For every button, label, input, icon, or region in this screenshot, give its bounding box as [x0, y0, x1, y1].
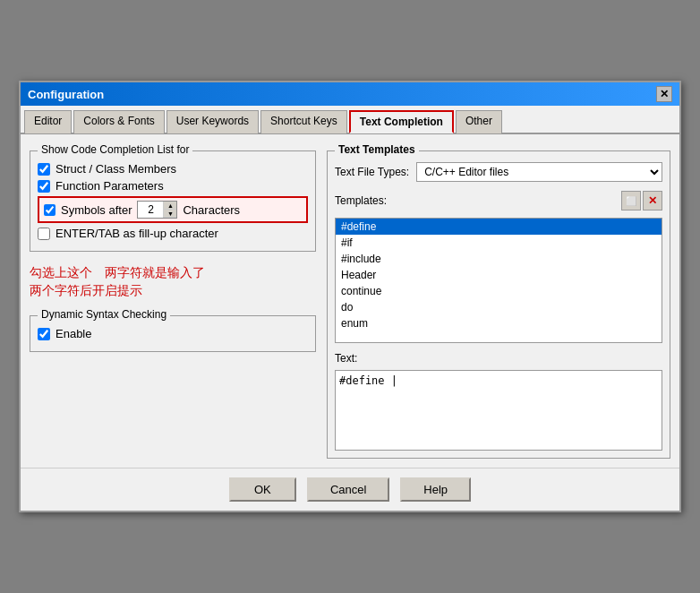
symbols-after-checkbox[interactable] — [44, 204, 55, 216]
enable-checkbox[interactable] — [38, 328, 50, 340]
characters-label: Characters — [183, 203, 240, 217]
title-bar: Configuration ✕ — [21, 82, 679, 106]
template-item-header[interactable]: Header — [336, 267, 662, 283]
templates-label: Templates: — [335, 194, 387, 207]
symbols-after-label: Symbols after — [61, 203, 132, 217]
function-params-checkbox[interactable] — [38, 180, 50, 193]
template-item-define[interactable]: #define — [336, 219, 662, 235]
configuration-dialog: Configuration ✕ Editor Colors & Fonts Us… — [19, 81, 681, 512]
cancel-button[interactable]: Cancel — [307, 477, 389, 502]
function-params-label: Function Parameters — [55, 179, 164, 193]
text-area[interactable]: #define | — [335, 370, 662, 451]
struct-members-row: Struct / Class Members — [38, 162, 308, 176]
tab-bar: Editor Colors & Fonts User Keywords Shor… — [21, 106, 679, 134]
tab-text-completion[interactable]: Text Completion — [349, 110, 454, 133]
tab-shortcut-keys[interactable]: Shortcut Keys — [260, 110, 347, 133]
text-templates-title: Text Templates — [335, 143, 419, 156]
spinner-input[interactable] — [138, 202, 163, 217]
enable-label: Enable — [55, 327, 91, 340]
function-params-row: Function Parameters — [38, 179, 308, 193]
code-completion-group: Show Code Completion List for Struct / C… — [30, 150, 316, 252]
file-types-row: Text File Types: C/C++ Editor files — [335, 162, 662, 182]
dynamic-syntax-group-title: Dynamic Syntax Checking — [38, 308, 170, 321]
tab-colors-fonts[interactable]: Colors & Fonts — [73, 110, 164, 133]
spinner-container: ▲ ▼ — [137, 201, 177, 219]
dialog-title: Configuration — [28, 88, 104, 101]
templates-header: Templates: ⬜ ✕ — [335, 191, 662, 211]
annotation-text: 勾选上这个 两字符就是输入了两个字符后开启提示 — [30, 264, 316, 299]
template-item-enum[interactable]: enum — [336, 315, 662, 331]
tab-other[interactable]: Other — [456, 110, 502, 133]
tab-editor[interactable]: Editor — [24, 110, 72, 133]
symbols-after-row: Symbols after ▲ ▼ Characters — [38, 196, 308, 223]
help-button[interactable]: Help — [400, 477, 471, 502]
spinner-arrows: ▲ ▼ — [163, 202, 176, 218]
templates-buttons: ⬜ ✕ — [621, 191, 662, 211]
add-template-button[interactable]: ⬜ — [621, 191, 641, 211]
close-button[interactable]: ✕ — [656, 86, 672, 102]
template-item-do[interactable]: do — [336, 299, 662, 315]
struct-members-label: Struct / Class Members — [55, 162, 176, 176]
file-types-label: Text File Types: — [335, 166, 409, 178]
ok-button[interactable]: OK — [229, 477, 296, 502]
file-types-select[interactable]: C/C++ Editor files — [416, 162, 662, 182]
template-item-include[interactable]: #include — [336, 251, 662, 267]
template-item-continue[interactable]: continue — [336, 283, 662, 299]
template-item-if[interactable]: #if — [336, 235, 662, 251]
spinner-up-button[interactable]: ▲ — [164, 202, 176, 210]
struct-members-checkbox[interactable] — [38, 163, 50, 176]
right-panel: Text Templates Text File Types: C/C++ Ed… — [327, 143, 670, 459]
delete-template-button[interactable]: ✕ — [643, 191, 662, 211]
left-panel: Show Code Completion List for Struct / C… — [30, 143, 316, 459]
enter-tab-checkbox[interactable] — [38, 228, 50, 240]
code-completion-group-title: Show Code Completion List for — [38, 143, 192, 156]
enable-row: Enable — [38, 327, 308, 340]
main-content: Show Code Completion List for Struct / C… — [21, 134, 679, 468]
bottom-bar: OK Cancel Help — [21, 468, 679, 511]
enter-tab-label: ENTER/TAB as fill-up character — [55, 227, 218, 240]
enter-tab-row: ENTER/TAB as fill-up character — [38, 227, 308, 240]
tab-user-keywords[interactable]: User Keywords — [166, 110, 259, 133]
text-templates-group: Text Templates Text File Types: C/C++ Ed… — [327, 150, 670, 459]
dynamic-syntax-group: Dynamic Syntax Checking Enable — [30, 315, 316, 352]
templates-list[interactable]: #define #if #include Header continue do … — [335, 218, 662, 343]
text-area-label: Text: — [335, 352, 662, 365]
file-types-select-wrapper: C/C++ Editor files — [416, 162, 662, 182]
spinner-down-button[interactable]: ▼ — [164, 210, 176, 218]
